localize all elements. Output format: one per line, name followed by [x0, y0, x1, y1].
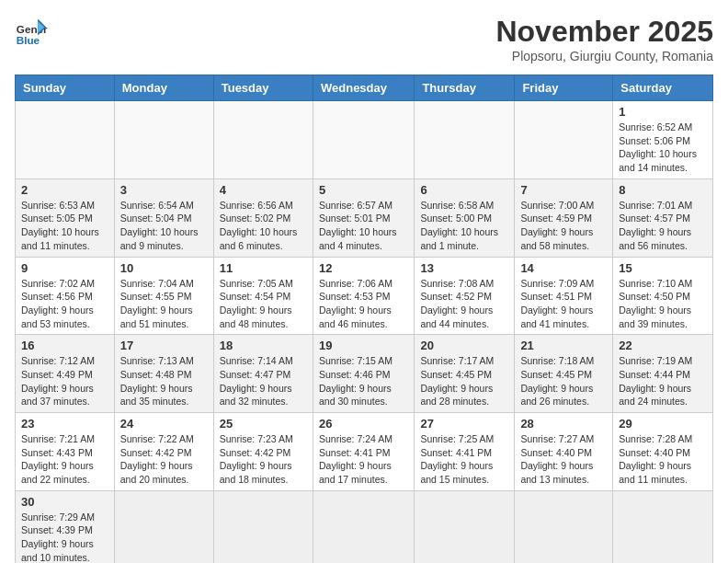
day-number: 3: [120, 183, 208, 197]
calendar-cell: 9Sunrise: 7:02 AM Sunset: 4:56 PM Daylig…: [16, 257, 115, 335]
calendar-cell: 15Sunrise: 7:10 AM Sunset: 4:50 PM Dayli…: [613, 257, 713, 335]
calendar-cell: [313, 490, 414, 563]
day-info: Sunrise: 7:05 AM Sunset: 4:54 PM Dayligh…: [220, 277, 307, 331]
day-number: 8: [619, 183, 707, 197]
calendar-cell: 13Sunrise: 7:08 AM Sunset: 4:52 PM Dayli…: [415, 257, 515, 335]
day-info: Sunrise: 7:29 AM Sunset: 4:39 PM Dayligh…: [21, 511, 108, 563]
day-info: Sunrise: 6:56 AM Sunset: 5:02 PM Dayligh…: [220, 199, 307, 253]
calendar-cell: 11Sunrise: 7:05 AM Sunset: 4:54 PM Dayli…: [213, 257, 313, 335]
day-number: 11: [220, 261, 307, 275]
calendar-cell: [313, 101, 414, 179]
day-info: Sunrise: 7:24 AM Sunset: 4:41 PM Dayligh…: [319, 432, 408, 487]
svg-text:Blue: Blue: [17, 34, 40, 46]
calendar-cell: [114, 101, 213, 179]
calendar-cell: 14Sunrise: 7:09 AM Sunset: 4:51 PM Dayli…: [515, 257, 613, 335]
day-info: Sunrise: 7:19 AM Sunset: 4:44 PM Dayligh…: [619, 354, 707, 408]
calendar-cell: 30Sunrise: 7:29 AM Sunset: 4:39 PM Dayli…: [16, 490, 115, 563]
day-info: Sunrise: 6:58 AM Sunset: 5:00 PM Dayligh…: [420, 199, 508, 253]
day-number: 28: [520, 417, 607, 431]
day-number: 7: [520, 183, 607, 197]
day-info: Sunrise: 7:27 AM Sunset: 4:40 PM Dayligh…: [520, 432, 607, 487]
calendar-cell: [16, 101, 115, 179]
logo: General Blue: [15, 15, 48, 48]
calendar-cell: 21Sunrise: 7:18 AM Sunset: 4:45 PM Dayli…: [515, 335, 613, 413]
day-info: Sunrise: 7:02 AM Sunset: 4:56 PM Dayligh…: [21, 277, 108, 331]
calendar-cell: 7Sunrise: 7:00 AM Sunset: 4:59 PM Daylig…: [515, 178, 613, 257]
day-info: Sunrise: 7:21 AM Sunset: 4:43 PM Dayligh…: [21, 432, 108, 487]
day-number: 14: [520, 261, 607, 275]
day-number: 22: [619, 339, 707, 352]
day-number: 2: [21, 183, 108, 197]
location-subtitle: Plopsoru, Giurgiu County, Romania: [495, 49, 713, 63]
day-number: 5: [319, 183, 408, 197]
calendar-week-5: 23Sunrise: 7:21 AM Sunset: 4:43 PM Dayli…: [16, 413, 713, 491]
day-number: 13: [420, 261, 508, 275]
day-info: Sunrise: 7:01 AM Sunset: 4:57 PM Dayligh…: [619, 199, 707, 253]
day-number: 21: [520, 339, 607, 352]
calendar-cell: 1Sunrise: 6:52 AM Sunset: 5:06 PM Daylig…: [613, 101, 713, 179]
weekday-header-saturday: Saturday: [613, 75, 713, 101]
calendar-cell: 12Sunrise: 7:06 AM Sunset: 4:53 PM Dayli…: [313, 257, 414, 335]
logo-icon: General Blue: [15, 15, 48, 48]
calendar-cell: [213, 101, 313, 179]
day-info: Sunrise: 7:10 AM Sunset: 4:50 PM Dayligh…: [619, 277, 707, 331]
calendar-cell: 10Sunrise: 7:04 AM Sunset: 4:55 PM Dayli…: [114, 257, 213, 335]
day-number: 26: [319, 417, 408, 431]
calendar-cell: 23Sunrise: 7:21 AM Sunset: 4:43 PM Dayli…: [16, 413, 115, 491]
day-number: 16: [21, 339, 108, 352]
calendar-cell: 17Sunrise: 7:13 AM Sunset: 4:48 PM Dayli…: [114, 335, 213, 413]
day-number: 4: [220, 183, 307, 197]
day-info: Sunrise: 7:25 AM Sunset: 4:41 PM Dayligh…: [420, 432, 508, 487]
calendar-cell: 25Sunrise: 7:23 AM Sunset: 4:42 PM Dayli…: [213, 413, 313, 491]
day-number: 9: [21, 261, 108, 275]
day-info: Sunrise: 7:12 AM Sunset: 4:49 PM Dayligh…: [21, 354, 108, 408]
calendar-cell: [613, 490, 713, 563]
title-section: November 2025 Plopsoru, Giurgiu County, …: [495, 15, 713, 63]
calendar-cell: 28Sunrise: 7:27 AM Sunset: 4:40 PM Dayli…: [515, 413, 613, 491]
day-number: 25: [220, 417, 307, 431]
calendar-cell: 26Sunrise: 7:24 AM Sunset: 4:41 PM Dayli…: [313, 413, 414, 491]
day-info: Sunrise: 7:00 AM Sunset: 4:59 PM Dayligh…: [520, 199, 607, 253]
weekday-header-row: SundayMondayTuesdayWednesdayThursdayFrid…: [16, 75, 713, 101]
day-info: Sunrise: 7:23 AM Sunset: 4:42 PM Dayligh…: [220, 432, 307, 487]
calendar-week-2: 2Sunrise: 6:53 AM Sunset: 5:05 PM Daylig…: [16, 178, 713, 257]
day-info: Sunrise: 6:52 AM Sunset: 5:06 PM Dayligh…: [619, 121, 707, 175]
calendar-cell: [415, 490, 515, 563]
day-number: 27: [420, 417, 508, 431]
day-info: Sunrise: 7:06 AM Sunset: 4:53 PM Dayligh…: [319, 277, 408, 331]
day-info: Sunrise: 7:15 AM Sunset: 4:46 PM Dayligh…: [319, 354, 408, 408]
day-info: Sunrise: 7:14 AM Sunset: 4:47 PM Dayligh…: [220, 354, 307, 408]
month-title: November 2025: [495, 15, 713, 49]
weekday-header-wednesday: Wednesday: [313, 75, 414, 101]
calendar-table: SundayMondayTuesdayWednesdayThursdayFrid…: [15, 75, 713, 563]
page-header: General Blue November 2025 Plopsoru, Giu…: [15, 15, 713, 63]
weekday-header-tuesday: Tuesday: [213, 75, 313, 101]
calendar-cell: 19Sunrise: 7:15 AM Sunset: 4:46 PM Dayli…: [313, 335, 414, 413]
calendar-week-3: 9Sunrise: 7:02 AM Sunset: 4:56 PM Daylig…: [16, 257, 713, 335]
day-info: Sunrise: 6:54 AM Sunset: 5:04 PM Dayligh…: [120, 199, 208, 253]
calendar-cell: 5Sunrise: 6:57 AM Sunset: 5:01 PM Daylig…: [313, 178, 414, 257]
day-info: Sunrise: 7:28 AM Sunset: 4:40 PM Dayligh…: [619, 432, 707, 487]
calendar-week-4: 16Sunrise: 7:12 AM Sunset: 4:49 PM Dayli…: [16, 335, 713, 413]
calendar-cell: [515, 490, 613, 563]
day-number: 1: [619, 105, 707, 119]
calendar-week-6: 30Sunrise: 7:29 AM Sunset: 4:39 PM Dayli…: [16, 490, 713, 563]
day-info: Sunrise: 7:22 AM Sunset: 4:42 PM Dayligh…: [120, 432, 208, 487]
calendar-cell: 18Sunrise: 7:14 AM Sunset: 4:47 PM Dayli…: [213, 335, 313, 413]
calendar-cell: 24Sunrise: 7:22 AM Sunset: 4:42 PM Dayli…: [114, 413, 213, 491]
day-info: Sunrise: 7:13 AM Sunset: 4:48 PM Dayligh…: [120, 354, 208, 408]
calendar-week-1: 1Sunrise: 6:52 AM Sunset: 5:06 PM Daylig…: [16, 101, 713, 179]
day-info: Sunrise: 6:57 AM Sunset: 5:01 PM Dayligh…: [319, 199, 408, 253]
day-number: 29: [619, 417, 707, 431]
day-number: 17: [120, 339, 208, 352]
calendar-cell: 27Sunrise: 7:25 AM Sunset: 4:41 PM Dayli…: [415, 413, 515, 491]
day-number: 20: [420, 339, 508, 352]
day-number: 30: [21, 495, 108, 509]
day-number: 15: [619, 261, 707, 275]
weekday-header-sunday: Sunday: [16, 75, 115, 101]
day-number: 24: [120, 417, 208, 431]
calendar-cell: 16Sunrise: 7:12 AM Sunset: 4:49 PM Dayli…: [16, 335, 115, 413]
day-info: Sunrise: 7:04 AM Sunset: 4:55 PM Dayligh…: [120, 277, 208, 331]
day-info: Sunrise: 7:08 AM Sunset: 4:52 PM Dayligh…: [420, 277, 508, 331]
calendar-cell: 22Sunrise: 7:19 AM Sunset: 4:44 PM Dayli…: [613, 335, 713, 413]
